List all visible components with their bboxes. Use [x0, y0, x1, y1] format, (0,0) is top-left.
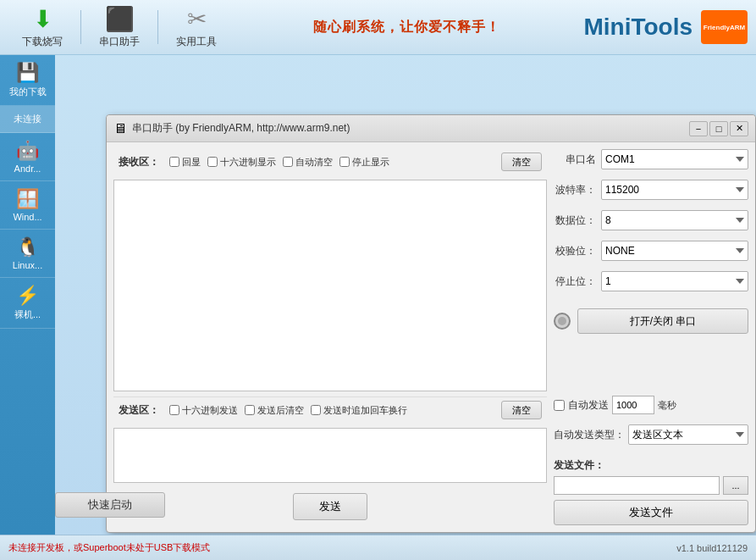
sidebar: 💾 我的下载 未连接 🤖 Andr... 🪟 Wind... 🐧 Linux..…	[0, 55, 55, 560]
hex-display-checkbox[interactable]	[207, 157, 218, 167]
right-panel: 串口名 COM1 波特率： 115200	[554, 149, 748, 525]
dialog-overlay: 🖥 串口助手 (by FriendlyARM, http://www.arm9.…	[106, 114, 756, 509]
download-btn[interactable]: ⬇ 下载烧写	[8, 4, 76, 51]
send-file-btn[interactable]: 发送文件	[554, 500, 748, 525]
sidebar-label-android: Andr...	[14, 164, 41, 174]
tools-icon: ✂	[187, 5, 207, 33]
download-label: 下载烧写	[22, 35, 63, 49]
file-section: 发送文件： ... 发送文件	[554, 458, 748, 525]
toolbar: ⬇ 下载烧写 ⬛ 串口助手 ✂ 实用工具 随心刷系统，让你爱不释手！ MiniT…	[0, 0, 756, 55]
right-spacer	[554, 346, 748, 391]
port-select[interactable]: COM1	[601, 149, 748, 169]
dialog-title-text: 串口助手 (by FriendlyARM, http://www.arm9.ne…	[132, 121, 689, 136]
parity-label: 校验位：	[554, 244, 596, 258]
sidebar-item-linux[interactable]: 🐧 Linux...	[0, 230, 55, 278]
left-panel: 接收区： 回显 十六进制显示 自动清空	[113, 149, 547, 525]
sidebar-label-bare: 裸机...	[14, 309, 41, 319]
serial-btn[interactable]: ⬛ 串口助手	[86, 4, 153, 51]
send-clear-btn[interactable]: 清空	[501, 401, 542, 419]
file-path-input[interactable]	[554, 476, 720, 495]
baud-select[interactable]: 115200	[601, 180, 748, 200]
auto-send-value-input[interactable]: 1000	[612, 396, 654, 414]
friendlyarm-logo: FriendlyARM	[701, 10, 748, 44]
echo-label: 回显	[182, 156, 201, 169]
data-bits-row: 数据位： 8	[554, 210, 748, 230]
restore-btn[interactable]: □	[709, 121, 728, 136]
baud-label: 波特率：	[554, 183, 596, 197]
sidebar-item-bare[interactable]: ⚡ 裸机...	[0, 278, 55, 329]
dialog-titlebar: 🖥 串口助手 (by FriendlyARM, http://www.arm9.…	[107, 115, 755, 142]
stop-bits-select[interactable]: 1	[601, 271, 748, 291]
send-label: 发送区：	[119, 403, 159, 418]
file-row: ...	[554, 476, 748, 495]
brand-label: MiniTools	[583, 14, 693, 41]
sidebar-item-mydownload[interactable]: 💾 我的下载	[0, 55, 55, 106]
tools-label: 实用工具	[176, 35, 217, 49]
sidebar-label-notconnected: 未连接	[14, 114, 41, 124]
dialog-title-icon: 🖥	[113, 121, 127, 136]
stop-display-label: 停止显示	[352, 156, 389, 169]
send-textarea[interactable]	[113, 428, 547, 483]
send-btn[interactable]: 发送	[293, 493, 367, 520]
quickstart-btn[interactable]: 快速启动	[55, 492, 165, 518]
hex-display-label: 十六进制显示	[220, 156, 276, 169]
echo-checkbox-item[interactable]: 回显	[169, 156, 201, 169]
auto-send-type-row: 自动发送类型： 发送区文本	[554, 424, 748, 445]
statusbar-right-text: v1.1 build121129	[676, 543, 748, 553]
hex-display-checkbox-item[interactable]: 十六进制显示	[207, 156, 276, 169]
data-bits-label: 数据位：	[554, 213, 596, 228]
parity-row: 校验位： NONE	[554, 241, 748, 261]
data-bits-select[interactable]: 8	[601, 210, 748, 230]
minimize-btn[interactable]: −	[689, 121, 708, 136]
toolbar-slogan: 随心刷系统，让你爱不释手！	[230, 19, 583, 36]
auto-send-type-select[interactable]: 发送区文本	[628, 424, 748, 445]
linux-icon: 🐧	[3, 236, 52, 258]
sidebar-label-linux: Linux...	[13, 260, 42, 270]
sidebar-item-windows[interactable]: 🪟 Wind...	[0, 181, 55, 230]
recv-textarea[interactable]	[113, 180, 547, 391]
auto-send-label: 自动发送	[568, 398, 609, 413]
sidebar-item-android[interactable]: 🤖 Andr...	[0, 133, 55, 181]
statusbar-left-text: 未连接开发板，或Superboot未处于USB下载模式	[8, 541, 210, 554]
add-crlf-checkbox[interactable]	[311, 405, 321, 415]
echo-checkbox[interactable]	[169, 157, 179, 167]
stop-display-checkbox[interactable]	[339, 157, 350, 167]
stop-bits-row: 停止位： 1	[554, 271, 748, 291]
dialog-body: 接收区： 回显 十六进制显示 自动清空	[107, 142, 755, 532]
sidebar-item-notconnected[interactable]: 未连接	[0, 106, 55, 133]
clear-after-checkbox-item[interactable]: 发送后清空	[245, 404, 304, 417]
auto-clear-checkbox-item[interactable]: 自动清空	[283, 156, 333, 169]
hex-send-checkbox[interactable]	[169, 405, 179, 415]
quickstart-label: 快速启动	[88, 497, 132, 513]
windows-icon: 🪟	[3, 188, 52, 210]
auto-send-checkbox[interactable]	[554, 400, 565, 411]
open-port-btn[interactable]: 打开/关闭 串口	[577, 308, 748, 334]
stop-display-checkbox-item[interactable]: 停止显示	[339, 156, 389, 169]
ms-label: 毫秒	[658, 399, 676, 412]
send-bottom: 发送	[113, 488, 547, 525]
port-row: 串口名 COM1	[554, 149, 748, 169]
port-label: 串口名	[554, 152, 596, 167]
hex-send-label: 十六进制发送	[182, 404, 238, 417]
baud-row: 波特率： 115200	[554, 180, 748, 200]
toolbar-divider1	[80, 10, 81, 44]
mydownload-icon: 💾	[3, 62, 52, 84]
toolbar-divider2	[157, 10, 158, 44]
close-btn[interactable]: ✕	[730, 121, 748, 136]
auto-send-type-label: 自动发送类型：	[554, 428, 625, 442]
hex-send-checkbox-item[interactable]: 十六进制发送	[169, 404, 238, 417]
tools-btn[interactable]: ✂ 实用工具	[163, 4, 230, 51]
serial-label: 串口助手	[99, 35, 140, 49]
serial-icon: ⬛	[105, 5, 135, 33]
stop-bits-label: 停止位：	[554, 274, 596, 289]
download-icon: ⬇	[33, 5, 52, 33]
file-browse-btn[interactable]: ...	[723, 476, 748, 495]
send-file-label: 发送文件：	[554, 458, 748, 473]
recv-section-header: 接收区： 回显 十六进制显示 自动清空	[113, 149, 547, 175]
parity-select[interactable]: NONE	[601, 241, 748, 261]
clear-after-checkbox[interactable]	[245, 405, 255, 415]
app-container: ⬇ 下载烧写 ⬛ 串口助手 ✂ 实用工具 随心刷系统，让你爱不释手！ MiniT…	[0, 0, 756, 560]
add-crlf-checkbox-item[interactable]: 发送时追加回车换行	[311, 404, 407, 417]
recv-clear-btn[interactable]: 清空	[501, 152, 542, 171]
auto-clear-checkbox[interactable]	[283, 157, 293, 167]
